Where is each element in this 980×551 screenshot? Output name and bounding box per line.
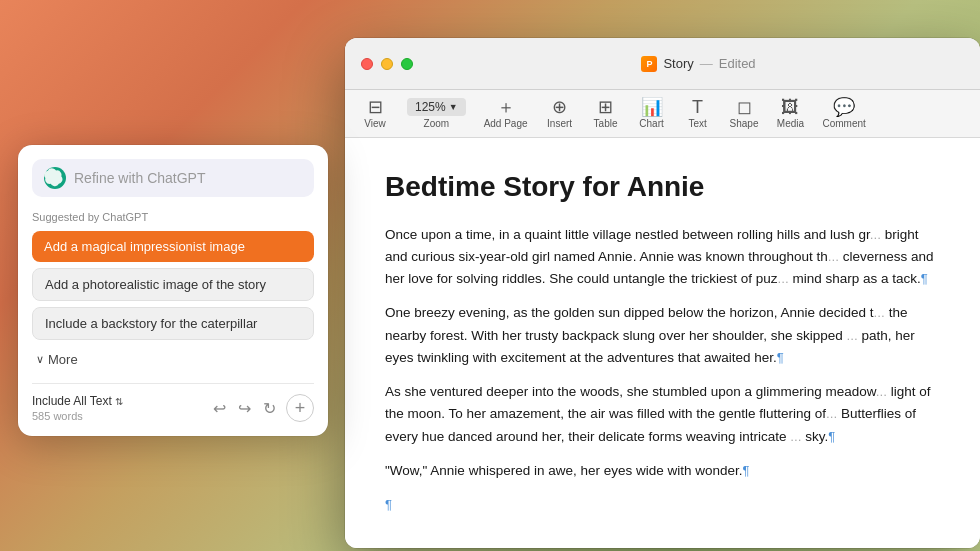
paragraph-4: "Wow," Annie whispered in awe, her eyes … — [385, 460, 940, 482]
chatgpt-search-bar[interactable]: Refine with ChatGPT — [32, 159, 314, 197]
suggestion-2[interactable]: Add a photorealistic image of the story — [32, 268, 314, 301]
media-label: Media — [777, 118, 804, 129]
toolbar-media[interactable]: 🖼 Media — [768, 94, 812, 133]
suggestion-2-text: Add a photorealistic image of the story — [45, 277, 266, 292]
suggestion-3-text: Include a backstory for the caterpillar — [45, 316, 257, 331]
footer-actions: ↩ ↪ ↻ + — [211, 394, 314, 422]
more-chevron-icon: ∨ — [36, 353, 44, 366]
window-status: Edited — [719, 56, 756, 71]
suggestion-3[interactable]: Include a backstory for the caterpillar — [32, 307, 314, 340]
include-label: Include All Text — [32, 394, 112, 408]
text-icon: T — [692, 98, 703, 116]
toolbar-zoom[interactable]: 125% ▼ Zoom — [399, 94, 474, 133]
traffic-lights — [361, 58, 413, 70]
comment-label: Comment — [822, 118, 865, 129]
paragraph-5: ¶ — [385, 494, 940, 516]
comment-icon: 💬 — [833, 98, 855, 116]
include-text-button[interactable]: Include All Text ⇅ — [32, 394, 123, 408]
word-count: 585 words — [32, 410, 123, 422]
document-title: Bedtime Story for Annie — [385, 170, 940, 204]
media-icon: 🖼 — [781, 98, 799, 116]
toolbar-insert[interactable]: ⊕ Insert — [538, 94, 582, 133]
pages-window: P Story — Edited ⊟ View 125% ▼ Zoom ＋ Ad… — [345, 38, 980, 548]
add-button[interactable]: + — [286, 394, 314, 422]
toolbar: ⊟ View 125% ▼ Zoom ＋ Add Page ⊕ Insert ⊞… — [345, 90, 980, 138]
table-icon: ⊞ — [598, 98, 613, 116]
suggestion-1-text: Add a magical impressionist image — [44, 239, 245, 254]
zoom-button[interactable]: 125% ▼ — [407, 98, 466, 116]
chatgpt-search-placeholder[interactable]: Refine with ChatGPT — [74, 170, 206, 186]
pages-app-icon: P — [641, 56, 657, 72]
add-page-icon: ＋ — [497, 98, 515, 116]
zoom-chevron: ▼ — [449, 102, 458, 112]
shape-icon: ◻ — [737, 98, 752, 116]
more-button[interactable]: ∨ More — [32, 346, 314, 373]
insert-icon: ⊕ — [552, 98, 567, 116]
more-label: More — [48, 352, 78, 367]
chart-label: Chart — [639, 118, 663, 129]
zoom-value: 125% — [415, 100, 446, 114]
suggested-by-label: Suggested by ChatGPT — [32, 211, 314, 223]
toolbar-chart[interactable]: 📊 Chart — [630, 94, 674, 133]
refresh-button[interactable]: ↻ — [261, 397, 278, 420]
pages-icon-letter: P — [646, 59, 652, 69]
suggestion-1[interactable]: Add a magical impressionist image — [32, 231, 314, 262]
table-label: Table — [594, 118, 618, 129]
redo-button[interactable]: ↪ — [236, 397, 253, 420]
toolbar-shape[interactable]: ◻ Shape — [722, 94, 767, 133]
panel-footer: Include All Text ⇅ 585 words ↩ ↪ ↻ + — [32, 383, 314, 422]
toolbar-comment[interactable]: 💬 Comment — [814, 94, 873, 133]
insert-label: Insert — [547, 118, 572, 129]
add-page-label: Add Page — [484, 118, 528, 129]
title-separator: — — [700, 56, 713, 71]
chatgpt-panel: Refine with ChatGPT Suggested by ChatGPT… — [18, 145, 328, 436]
include-sort-icon: ⇅ — [115, 396, 123, 407]
toolbar-view[interactable]: ⊟ View — [353, 94, 397, 133]
document-content: Bedtime Story for Annie Once upon a time… — [345, 138, 980, 548]
toolbar-table[interactable]: ⊞ Table — [584, 94, 628, 133]
title-bar: P Story — Edited — [345, 38, 980, 90]
close-button[interactable] — [361, 58, 373, 70]
chatgpt-logo-icon — [44, 167, 66, 189]
maximize-button[interactable] — [401, 58, 413, 70]
title-area: P Story — Edited — [433, 56, 964, 72]
paragraph-3: As she ventured deeper into the woods, s… — [385, 381, 940, 448]
paragraph-2: One breezy evening, as the golden sun di… — [385, 302, 940, 369]
undo-button[interactable]: ↩ — [211, 397, 228, 420]
paragraph-1: Once upon a time, in a quaint little vil… — [385, 224, 940, 291]
view-label: View — [364, 118, 386, 129]
view-icon: ⊟ — [368, 98, 383, 116]
zoom-label: Zoom — [424, 118, 450, 129]
shape-label: Shape — [730, 118, 759, 129]
window-title: Story — [663, 56, 693, 71]
footer-left: Include All Text ⇅ 585 words — [32, 394, 123, 422]
minimize-button[interactable] — [381, 58, 393, 70]
toolbar-text[interactable]: T Text — [676, 94, 720, 133]
text-label: Text — [688, 118, 706, 129]
chart-icon: 📊 — [641, 98, 663, 116]
toolbar-add-page[interactable]: ＋ Add Page — [476, 94, 536, 133]
document-body: Once upon a time, in a quaint little vil… — [385, 224, 940, 517]
add-icon: + — [295, 398, 306, 419]
